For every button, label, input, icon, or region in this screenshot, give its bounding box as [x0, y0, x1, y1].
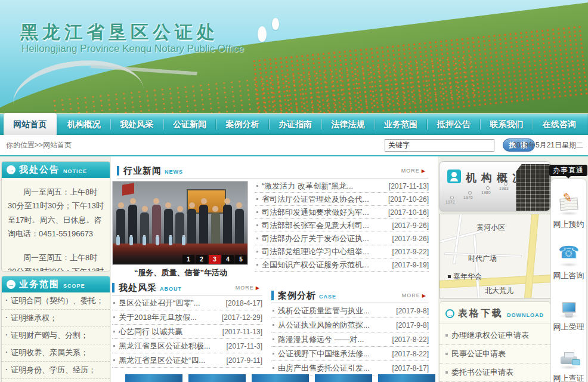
nav-item-online-consult[interactable]: 在线咨询 [533, 114, 586, 135]
nav-item-org-overview[interactable]: 机构概况 [58, 114, 111, 135]
section-bar-icon [117, 166, 119, 175]
express-item-consult[interactable]: ☎ 网上咨询 [551, 239, 586, 281]
download-item[interactable]: 办理继承权公证申请表 [440, 326, 550, 345]
download-item[interactable]: 委托书公证申请表 [440, 363, 550, 382]
photo-slider[interactable]: 1 2 3 4 5 [112, 181, 248, 265]
fax-phone-icon: ☎ [558, 244, 579, 261]
case-header: 案例分析 CASE MORE [271, 288, 429, 303]
nav-item-business-scope[interactable]: 业务范围 [375, 114, 428, 135]
pager-item-active[interactable]: 3 [209, 255, 221, 264]
news-item-title: 浅析公证质量监管与执业... [278, 306, 370, 316]
news-item-title: 司法部党组理论学习中心组举... [262, 247, 369, 257]
bullet-icon [256, 185, 258, 187]
slider-caption[interactable]: “服务、质量、信誉”年活动 [112, 267, 249, 278]
news-item[interactable]: 黑龙江省垦区公证处“四...[2017-9-11] [112, 353, 262, 368]
main-nav: 网站首页 机构概况 我处风采 公证新闻 案例分析 办证指南 法律法规 业务范围 … [0, 113, 588, 135]
bullet-icon [113, 345, 115, 347]
news-item[interactable]: 心艺同行 以诚共赢[2017-11-13] [112, 325, 262, 339]
news-item[interactable]: “激发活力 改革创新”黑龙...[2017-11-13] [255, 180, 429, 193]
news-item[interactable]: 全国知识产权公证服务示范机...[2017-9-19] [255, 258, 429, 272]
scope-list: 证明合同（契约）、委托； 证明继承权； 证明财产赠与、分割； 证明收养、亲属关系… [2, 292, 110, 382]
news-item-title: 司法部印发通知要求做好为军... [262, 207, 369, 218]
more-link[interactable]: MORE [402, 292, 429, 298]
nav-item-mortgage-notice[interactable]: 抵押公告 [427, 114, 480, 135]
scope-item[interactable]: 证明身份、学历、经历； [2, 362, 110, 379]
photo-thumb[interactable] [378, 374, 435, 382]
photo-thumb[interactable] [188, 374, 246, 382]
timeline-year: 1976 [463, 195, 473, 199]
express-label: 网上查证 [551, 373, 586, 382]
download-item[interactable]: 民事公证申请表 [440, 345, 550, 363]
industry-news-header: 行业新闻 NEWS MORE [117, 164, 428, 178]
news-item[interactable]: 公证视野下中国继承法修...[2017-8-22] [271, 347, 429, 361]
photo-bottles-decor [116, 236, 244, 245]
date-text: 2019年5月21日星期二 [512, 135, 583, 155]
nav-item-contact[interactable]: 联系我们 [480, 114, 533, 135]
news-item[interactable]: 关于2018年元旦放假...[2017-12-29] [112, 310, 262, 325]
express-item-accept[interactable]: 网上受理 [551, 290, 586, 332]
bullet-icon [273, 338, 274, 340]
download-panel: 表格下载 DOWNLOAD 办理继承权公证申请表 民事公证申请表 委托书公证申请… [439, 301, 551, 382]
nav-item-guide[interactable]: 办证指南 [269, 114, 322, 135]
org-overview-card[interactable]: 机构概况 1972 1976 1980 1983 [439, 161, 551, 211]
pencil-note-icon [559, 198, 578, 211]
news-item[interactable]: 路漫漫其修远兮 ——对...[2017-8-22] [271, 332, 429, 347]
news-item-date: [2017-10-16] [385, 208, 429, 217]
photo-thumb[interactable] [315, 374, 372, 382]
icon-shadow-decor [559, 263, 579, 267]
nav-item-case-analysis[interactable]: 案例分析 [216, 114, 269, 135]
pager-item[interactable]: 1 [182, 255, 194, 264]
news-item[interactable]: 司法部部长张军会见意大利司...[2017-9-26] [255, 219, 429, 232]
more-link[interactable]: MORE [236, 285, 262, 291]
express-item-appointment[interactable]: 网上预约 [551, 187, 586, 230]
pager-item[interactable]: 2 [196, 255, 208, 264]
photo-flag-decor [122, 183, 134, 196]
scope-item[interactable]: 证明财产赠与、分割； [2, 327, 110, 344]
news-item[interactable]: 由房产出售委托公证引发...[2017-8-17] [271, 361, 429, 375]
pager-item[interactable]: 5 [235, 255, 247, 264]
news-item[interactable]: 浅析公证质量监管与执业...[2017-9-8] [271, 304, 429, 318]
arrow-circle-icon [445, 309, 454, 318]
nav-item-laws[interactable]: 法律法规 [321, 114, 375, 135]
bullet-icon [273, 353, 274, 355]
news-item[interactable]: 从公证执业风险的防范探...[2017-9-8] [271, 318, 429, 332]
nav-item-home[interactable]: 网站首页 [4, 113, 57, 137]
news-item[interactable]: 司法部印发通知要求做好为军...[2017-10-16] [255, 206, 429, 219]
notice-title: 我处公告 [19, 164, 60, 175]
pager-item[interactable]: 4 [222, 255, 234, 264]
photo-thumb[interactable] [252, 374, 309, 382]
photo-thumb[interactable] [125, 374, 182, 382]
news-item[interactable]: 司法部办公厅关于发布公证执...[2017-9-26] [255, 232, 429, 245]
industry-news-list: “激发活力 改革创新”黑龙...[2017-11-13] 省司法厅公证管理处及协… [255, 180, 429, 272]
about-list: 垦区公证处召开“四零”...[2018-4-17] 关于2018年元旦放假...… [112, 296, 262, 368]
news-item[interactable]: 黑龙江省垦区公证处积极...[2017-11-3] [112, 339, 262, 353]
express-item-verify[interactable]: 网上查证 [551, 341, 586, 382]
notice-paragraph: 周一至周五：上午8时30分至11时30分；下午13时至17时。周六、日休息。咨询… [8, 185, 104, 241]
news-item[interactable]: 垦区公证处召开“四零”...[2018-4-17] [112, 296, 262, 310]
bullet-icon [256, 251, 258, 252]
news-item[interactable]: 省司法厅公证管理处及协会代...[2017-10-26] [255, 193, 429, 206]
news-item-title: “激发活力 改革创新”黑龙... [262, 181, 353, 192]
scope-panel: 业务范围 SCOPE 证明合同（契约）、委托； 证明继承权； 证明财产赠与、分割… [1, 276, 110, 382]
scope-item[interactable]: 证明出生、婚姻、生存； [2, 379, 110, 382]
news-item[interactable]: 司法部党组理论学习中心组举...[2017-9-22] [255, 245, 429, 258]
nav-item-office-style[interactable]: 我处风采 [110, 114, 163, 135]
scope-item[interactable]: 证明合同（契约）、委托； [2, 292, 110, 310]
map-thumbnail[interactable]: 黄河小区 时代广场 嘉年华会 北大荒儿 [439, 214, 551, 298]
search-input[interactable] [385, 139, 494, 152]
printer-icon [561, 356, 577, 364]
bullet-icon [273, 310, 274, 312]
express-lane-tab: 办事直通车 [549, 165, 587, 176]
more-link[interactable]: MORE [401, 168, 428, 174]
express-label: 网上受理 [551, 322, 586, 332]
scope-item[interactable]: 证明继承权； [2, 310, 110, 327]
map-label: 时代广场 [468, 254, 497, 264]
scope-item[interactable]: 证明收养、亲属关系； [2, 344, 110, 362]
express-lane-panel: 网上预约 ☎ 网上咨询 网上受理 网上查证 [550, 178, 587, 382]
news-item-date: [2017-11-3] [223, 342, 263, 350]
arrow-circle-icon [7, 165, 16, 174]
case-list: 浅析公证质量监管与执业...[2017-9-8] 从公证执业风险的防范探...[… [271, 304, 429, 375]
news-item-title: 黑龙江省垦区公证处“四... [119, 355, 205, 366]
scope-title: 业务范围 [19, 279, 60, 290]
nav-item-notary-news[interactable]: 公证新闻 [163, 114, 216, 135]
